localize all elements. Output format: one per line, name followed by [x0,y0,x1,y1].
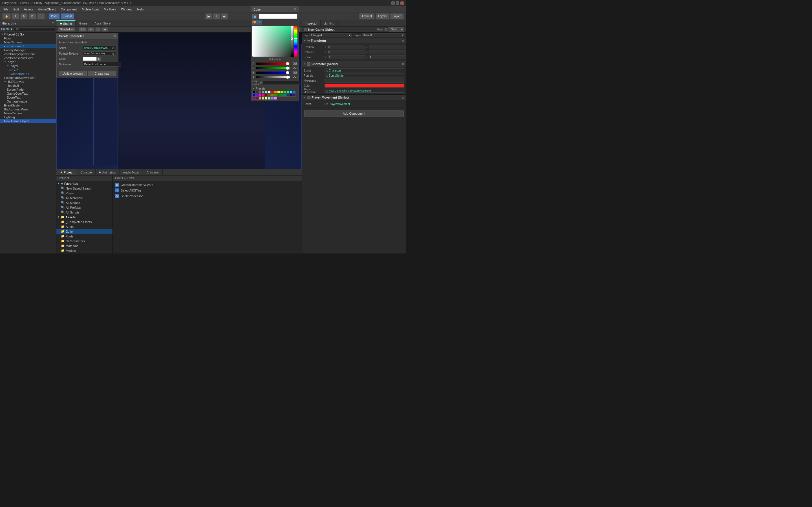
prefabs-item[interactable]: 📁 Prefabs [56,253,112,253]
preset-swatch[interactable] [293,91,296,94]
blue-slider[interactable] [256,71,290,74]
alpha-slider[interactable] [256,76,290,78]
saved-search-item[interactable]: 🔍 New Saved Search [56,186,112,191]
preset-swatch[interactable] [259,94,261,97]
lighting-toggle[interactable]: ☀ [88,27,94,32]
preset-swatch[interactable] [262,91,264,94]
favorites-header[interactable]: ▼ ★ Favorites [56,181,112,186]
file-selectalloftag[interactable]: C# SelectAllOfTag [114,188,301,193]
fonts-item[interactable]: 📁 Fonts [56,234,112,238]
layers-button[interactable]: Layers [375,13,389,19]
fav-player-item[interactable]: 🔍 Player [56,191,112,195]
hierarchy-search-input[interactable] [14,27,55,31]
tool-rect[interactable]: ▭ [37,13,45,19]
static-checkbox[interactable] [385,28,388,31]
editor-item[interactable]: 📁 Editor [56,229,112,234]
pm-script-field[interactable]: ⊙ PlayerMovement [324,102,404,106]
tag-dropdown[interactable]: Untagged ▼ [309,33,352,37]
preset-swatch[interactable] [290,91,292,94]
tab-inspector[interactable]: Inspector [302,20,320,26]
color-picker-close-button[interactable]: ✕ [294,8,296,11]
character-enabled-checkbox[interactable] [307,62,310,66]
tab-animation[interactable]: ▶ Animation [96,169,120,175]
pivot-button[interactable]: Pivot [49,13,60,19]
script-obj-field[interactable]: ⊙ Character [324,68,404,72]
tab-project[interactable]: ★ Project [56,169,77,175]
preset-swatch[interactable] [287,91,289,94]
scale-y-input[interactable] [369,55,406,59]
materials-item[interactable]: 📁 Materials [56,243,112,248]
preset-swatch[interactable] [259,91,261,94]
preset-swatch[interactable] [287,94,289,97]
preset-swatch[interactable] [280,94,283,97]
preset-swatch[interactable] [283,94,286,97]
preset-swatch[interactable] [274,91,277,94]
hex-input[interactable]: FFFFFFFF [259,14,297,19]
fav-scripts-item[interactable]: 🔍 All Scripts [56,210,112,215]
create-new-button[interactable]: Create new [88,71,116,76]
tab-audiomixer[interactable]: Audio Mixer [120,169,143,175]
maximize-button[interactable] [396,1,399,5]
preset-swatch[interactable] [271,97,274,100]
preset-swatch[interactable] [252,91,255,94]
layer-dropdown[interactable]: Default ▼ [362,33,405,37]
fx-toggle[interactable]: ★ [102,27,108,32]
preset-swatch[interactable] [290,94,292,97]
character-options[interactable]: ⚙ [402,62,404,66]
color-swatch[interactable] [324,83,404,88]
menu-mobileinput[interactable]: Mobile Input [80,7,101,11]
menu-assets[interactable]: Assets [22,7,36,11]
global-button[interactable]: Global [61,13,74,19]
tree-item-player-group[interactable]: ▼ Player [0,60,56,64]
preset-swatch[interactable] [283,91,286,94]
playermove-script-header[interactable]: ▼ Player Movement (Script) ⚙ [302,95,406,100]
tab-game[interactable]: Game [75,20,91,26]
menu-gameobject[interactable]: GameObject [36,7,58,11]
green-slider[interactable] [256,67,290,69]
scale-x-input[interactable] [327,55,365,59]
pause-button[interactable]: ⏸ [213,13,220,19]
color-picker-button[interactable]: ▶ [97,57,101,61]
rot-x-input[interactable] [327,50,365,54]
preset-swatch[interactable] [293,94,296,97]
tree-item-environment[interactable]: ▶ Environment [0,44,56,48]
account-button[interactable]: Account [359,13,374,19]
hierarchy-options[interactable]: ☰ [52,22,54,25]
color-preview-swatch[interactable] [83,57,97,61]
preset-swatch[interactable] [265,91,267,94]
tool-hand[interactable]: ✋ [2,13,11,19]
tree-item-floor[interactable]: Floor [0,36,56,40]
tree-item-healthui[interactable]: HealthUI [0,83,56,88]
play-button[interactable]: ▶ [205,13,212,19]
tree-item-screenfader[interactable]: ScreenFader [0,88,56,92]
tree-item-maincamera[interactable]: MainCamera [0,40,56,44]
preset-swatch[interactable] [274,94,277,97]
fav-prefabs-item[interactable]: 🔍 All Prefabs [56,205,112,210]
menu-file[interactable]: File [1,7,11,11]
tree-item-zombear[interactable]: ZomBearSpawnPoint [0,56,56,60]
tab-scene[interactable]: ◆ Scene [56,20,75,26]
preset-swatch[interactable] [277,94,280,97]
update-selected-button[interactable]: Update selected [59,71,87,76]
dialog-close-button[interactable]: ✕ [113,34,116,38]
preset-swatch[interactable] [252,97,255,100]
audio-item[interactable]: 📁 Audio [56,224,112,229]
preset-swatch[interactable] [277,91,280,94]
tool-rotate[interactable]: ↻ [20,13,28,19]
fav-materials-item[interactable]: 🔍 All Materials [56,195,112,200]
menu-mytools[interactable]: My Tools [101,7,118,11]
preset-swatch[interactable] [252,94,255,97]
preset-swatch[interactable] [262,94,264,97]
alpha-strip[interactable] [291,25,294,57]
red-slider[interactable] [256,62,290,65]
tree-item-bgmusic[interactable]: BackgroundMusic [0,107,56,111]
tree-item-gameovertext[interactable]: GameOverText [0,92,56,96]
preset-swatch[interactable] [265,94,267,97]
tool-move[interactable]: ✛ [12,13,19,19]
portrait-obj-field[interactable]: ⊙ BombSprite [324,73,404,77]
tree-item-zombunny[interactable]: ZomBunnySpawnPoint [0,52,56,56]
tree-item-gunbarrelend[interactable]: GunBarrelEnd [0,72,56,76]
pos-y-input[interactable] [369,45,406,49]
menu-edit[interactable]: Edit [11,7,21,11]
nickname-prop-input[interactable]: Bomby [324,78,404,82]
